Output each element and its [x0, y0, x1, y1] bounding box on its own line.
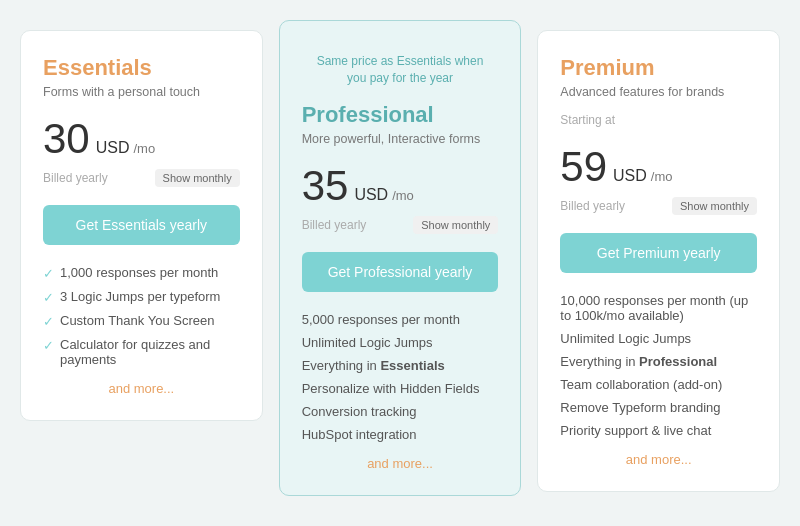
- check-icon: ✓: [43, 266, 54, 281]
- essentials-currency: USD: [96, 139, 130, 157]
- check-icon: ✓: [43, 290, 54, 305]
- list-item: 10,000 responses per month (up to 100k/m…: [560, 293, 757, 323]
- list-item: ✓Calculator for quizzes and payments: [43, 337, 240, 367]
- premium-currency: USD: [613, 167, 647, 185]
- essentials-plan-desc: Forms with a personal touch: [43, 85, 240, 99]
- professional-price-row: 35 USD /mo: [302, 162, 499, 210]
- premium-plan-name: Premium: [560, 55, 654, 80]
- professional-feature-list: 5,000 responses per month Unlimited Logi…: [302, 312, 499, 442]
- premium-billed-row: Billed yearly Show monthly: [560, 197, 757, 215]
- list-item: Conversion tracking: [302, 404, 499, 419]
- premium-and-more: and more...: [560, 452, 757, 467]
- check-icon: ✓: [43, 314, 54, 329]
- professional-price-amount: 35: [302, 162, 349, 210]
- essentials-per-mo: /mo: [134, 141, 156, 156]
- list-item: Priority support & live chat: [560, 423, 757, 438]
- premium-feature-list: 10,000 responses per month (up to 100k/m…: [560, 293, 757, 438]
- premium-cta-button[interactable]: Get Premium yearly: [560, 233, 757, 273]
- professional-featured-banner: Same price as Essentials when you pay fo…: [302, 45, 499, 103]
- premium-card: Premium Advanced features for brands Sta…: [537, 30, 780, 492]
- list-item: ✓Custom Thank You Screen: [43, 313, 240, 329]
- premium-plan-desc: Advanced features for brands: [560, 85, 757, 99]
- premium-show-monthly-btn[interactable]: Show monthly: [672, 197, 757, 215]
- list-item: Unlimited Logic Jumps: [560, 331, 757, 346]
- essentials-feature-list: ✓1,000 responses per month ✓3 Logic Jump…: [43, 265, 240, 367]
- list-item: Everything in Essentials: [302, 358, 499, 373]
- list-item: Team collaboration (add-on): [560, 377, 757, 392]
- list-item: ✓1,000 responses per month: [43, 265, 240, 281]
- professional-per-mo: /mo: [392, 188, 414, 203]
- list-item: Everything in Professional: [560, 354, 757, 369]
- essentials-billed-row: Billed yearly Show monthly: [43, 169, 240, 187]
- professional-billed-text: Billed yearly: [302, 218, 367, 232]
- professional-show-monthly-btn[interactable]: Show monthly: [413, 216, 498, 234]
- list-item: Remove Typeform branding: [560, 400, 757, 415]
- list-item: HubSpot integration: [302, 427, 499, 442]
- essentials-price-row: 30 USD /mo: [43, 115, 240, 163]
- professional-cta-button[interactable]: Get Professional yearly: [302, 252, 499, 292]
- essentials-plan-name: Essentials: [43, 55, 152, 80]
- professional-card: Same price as Essentials when you pay fo…: [279, 20, 522, 497]
- list-item: Unlimited Logic Jumps: [302, 335, 499, 350]
- list-item: Personalize with Hidden Fields: [302, 381, 499, 396]
- pricing-container: Essentials Forms with a personal touch 3…: [20, 30, 780, 497]
- professional-plan-name: Professional: [302, 102, 434, 127]
- premium-per-mo: /mo: [651, 169, 673, 184]
- premium-starting-at: Starting at: [560, 113, 757, 127]
- list-item: ✓3 Logic Jumps per typeform: [43, 289, 240, 305]
- essentials-card: Essentials Forms with a personal touch 3…: [20, 30, 263, 421]
- essentials-billed-text: Billed yearly: [43, 171, 108, 185]
- check-icon: ✓: [43, 338, 54, 353]
- essentials-and-more: and more...: [43, 381, 240, 396]
- essentials-price-amount: 30: [43, 115, 90, 163]
- professional-and-more: and more...: [302, 456, 499, 471]
- essentials-cta-button[interactable]: Get Essentials yearly: [43, 205, 240, 245]
- professional-plan-desc: More powerful, Interactive forms: [302, 132, 499, 146]
- list-item: 5,000 responses per month: [302, 312, 499, 327]
- essentials-show-monthly-btn[interactable]: Show monthly: [155, 169, 240, 187]
- professional-billed-row: Billed yearly Show monthly: [302, 216, 499, 234]
- premium-billed-text: Billed yearly: [560, 199, 625, 213]
- professional-currency: USD: [354, 186, 388, 204]
- premium-price-amount: 59: [560, 143, 607, 191]
- premium-price-row: 59 USD /mo: [560, 143, 757, 191]
